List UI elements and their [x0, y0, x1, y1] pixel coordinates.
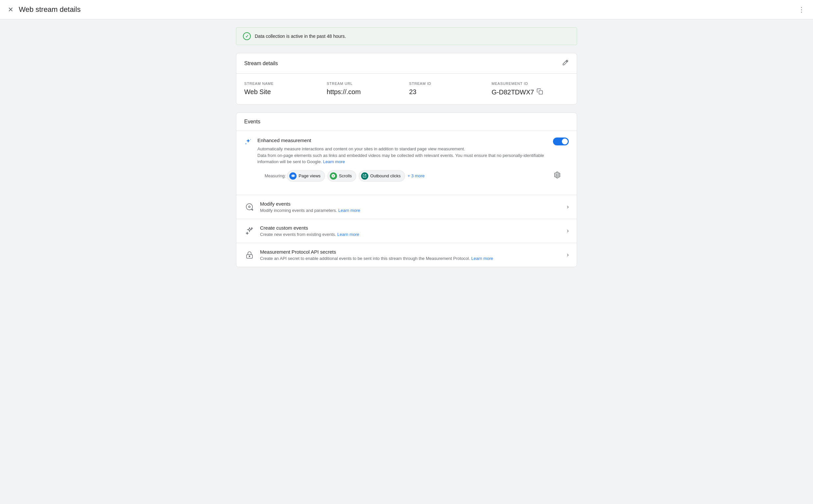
main-content: Data collection is active in the past 48… [225, 19, 588, 275]
close-icon[interactable]: ✕ [8, 6, 13, 13]
measuring-chips: Page views Scrolls [287, 170, 554, 182]
enhanced-measurement-desc: Automatically measure interactions and c… [257, 146, 548, 165]
measuring-row: Measuring: Page views [244, 165, 569, 188]
stream-url-field: STREAM URL https://.com [327, 82, 404, 96]
edit-icon[interactable] [562, 59, 569, 67]
stream-url-label: STREAM URL [327, 82, 404, 86]
measurement-protocol-content: Measurement Protocol API secrets Create … [260, 249, 493, 261]
svg-rect-0 [539, 91, 543, 94]
measurement-protocol-row[interactable]: Measurement Protocol API secrets Create … [236, 243, 577, 267]
page-title: Web stream details [19, 5, 81, 14]
more-chip[interactable]: + 3 more [408, 173, 425, 178]
stream-name-value: Web Site [244, 88, 321, 96]
measurement-id-value: G-D82TDWX7 [492, 88, 534, 96]
enhanced-measurement-toggle[interactable] [553, 138, 569, 145]
chip-page-views[interactable]: Page views [287, 170, 324, 182]
enhanced-measurement-section: Enhanced measurement Automatically measu… [236, 131, 577, 195]
enhanced-measurement-content: Enhanced measurement Automatically measu… [257, 138, 548, 165]
measurement-protocol-learn-more[interactable]: Learn more [471, 256, 493, 261]
create-custom-events-learn-more[interactable]: Learn more [337, 232, 359, 237]
measurement-id-row: G-D82TDWX7 [492, 88, 569, 96]
modify-events-content: Modify events Modify incoming events and… [260, 201, 360, 213]
svg-point-3 [249, 256, 250, 257]
measurement-id-label: MEASUREMENT ID [492, 82, 569, 86]
chip-outbound-clicks-label: Outbound clicks [370, 173, 401, 178]
enhanced-learn-more-link[interactable]: Learn more [323, 159, 344, 164]
measurement-id-field: MEASUREMENT ID G-D82TDWX7 [492, 82, 569, 96]
enhanced-desc-text2: Data from on-page elements such as links… [257, 153, 544, 164]
create-custom-events-desc: Create new events from existing events. … [260, 232, 359, 237]
modify-events-desc: Modify incoming events and parameters. L… [260, 208, 360, 213]
check-circle-icon [243, 32, 251, 40]
enhanced-measurement-title: Enhanced measurement [257, 138, 548, 143]
stream-url-value1: https:// [327, 88, 346, 95]
create-custom-events-content: Create custom events Create new events f… [260, 225, 359, 237]
modify-events-learn-more[interactable]: Learn more [338, 208, 360, 213]
events-card: Events Enhanced measurement Automaticall… [236, 113, 577, 267]
events-header: Events [236, 113, 577, 131]
create-custom-events-title: Create custom events [260, 225, 359, 231]
measuring-label: Measuring: [265, 173, 286, 178]
create-custom-events-icon [244, 226, 255, 236]
stream-details-header: Stream details [236, 53, 577, 74]
toggle-track [553, 138, 569, 145]
alert-banner: Data collection is active in the past 48… [236, 27, 577, 45]
measurement-protocol-desc: Create an API secret to enable additiona… [260, 256, 493, 261]
header-left: ✕ Web stream details [8, 5, 81, 14]
chip-outbound-clicks[interactable]: Outbound clicks [359, 170, 405, 182]
stream-name-field: STREAM NAME Web Site [244, 82, 321, 96]
modify-events-icon [244, 202, 255, 212]
chip-scrolls[interactable]: Scrolls [327, 170, 356, 182]
stream-details-grid: STREAM NAME Web Site STREAM URL https://… [236, 74, 577, 104]
outbound-clicks-icon [361, 172, 368, 180]
page-header: ✕ Web stream details ⋮ [0, 0, 813, 19]
toggle-thumb [562, 139, 568, 144]
stream-url-value: https://.com [327, 88, 404, 96]
create-custom-events-row[interactable]: Create custom events Create new events f… [236, 219, 577, 243]
enhanced-measurement-top: Enhanced measurement Automatically measu… [244, 138, 569, 165]
stream-id-label: STREAM ID [409, 82, 487, 86]
stream-id-value: 23 [409, 88, 487, 96]
copy-icon[interactable] [537, 88, 543, 96]
measurement-protocol-icon [244, 250, 255, 260]
stream-id-field: STREAM ID 23 [409, 82, 487, 96]
chip-page-views-label: Page views [298, 173, 320, 178]
stream-details-title: Stream details [244, 61, 278, 66]
enhanced-desc-text1: Automatically measure interactions and c… [257, 146, 465, 151]
sparkle-icon [244, 138, 252, 148]
stream-url-value2: .com [346, 88, 361, 95]
page-views-icon [289, 172, 296, 180]
events-title: Events [244, 119, 260, 124]
measurement-settings-icon[interactable] [554, 171, 561, 180]
chip-scrolls-label: Scrolls [339, 173, 352, 178]
more-options-icon[interactable]: ⋮ [798, 6, 805, 13]
modify-events-title: Modify events [260, 201, 360, 207]
create-custom-events-left: Create custom events Create new events f… [244, 225, 359, 237]
measurement-protocol-chevron: › [567, 251, 569, 258]
measurement-protocol-left: Measurement Protocol API secrets Create … [244, 249, 493, 261]
alert-text: Data collection is active in the past 48… [255, 34, 346, 39]
modify-events-chevron: › [567, 203, 569, 210]
stream-name-label: STREAM NAME [244, 82, 321, 86]
scrolls-icon [330, 172, 337, 180]
measurement-protocol-title: Measurement Protocol API secrets [260, 249, 493, 255]
create-custom-events-chevron: › [567, 227, 569, 234]
modify-events-row[interactable]: Modify events Modify incoming events and… [236, 195, 577, 219]
stream-details-card: Stream details STREAM NAME Web Site STRE… [236, 53, 577, 105]
modify-events-left: Modify events Modify incoming events and… [244, 201, 360, 213]
